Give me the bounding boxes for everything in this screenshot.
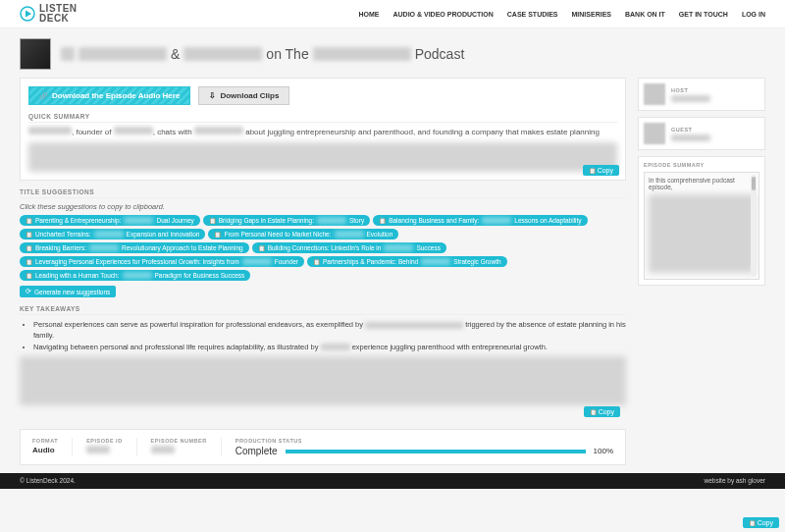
clipboard-icon	[26, 231, 32, 238]
clipboard-icon	[258, 244, 265, 251]
title-suggestion-tag[interactable]: Parenting & Entrepreneurship:Dual Journe…	[20, 215, 200, 226]
title-suggestion-tag[interactable]: From Personal Need to Market Niche:Evolu…	[208, 229, 398, 239]
title-suggestion-tag[interactable]: Leading with a Human Touch:Paradigm for …	[20, 270, 250, 281]
generate-suggestions-button[interactable]: Generate new suggestions	[20, 286, 116, 297]
link-icon	[39, 91, 48, 100]
title-suggestion-tag[interactable]: Building Connections: LinkedIn's Role in…	[252, 242, 446, 253]
clipboard-icon	[590, 408, 597, 415]
takeaway-item: Navigating between personal and professi…	[33, 342, 626, 352]
title-suggestions-section: TITLE SUGGESTIONS Click these suggestion…	[20, 188, 626, 297]
play-icon	[20, 6, 35, 22]
host-avatar	[644, 83, 665, 105]
episode-summary-card: EPISODE SUMMARY In this comprehensive po…	[638, 156, 765, 286]
key-takeaways-section: KEY TAKEAWAYS Personal experiences can s…	[20, 305, 626, 421]
quick-summary-text: , founder of , chats with about juggling…	[28, 127, 617, 172]
guest-card: GUEST	[638, 117, 765, 150]
title-suggestion-tag[interactable]: Uncharted Terrains:Expansion and Innovat…	[20, 229, 205, 239]
copy-summary-button[interactable]: Copy	[583, 165, 619, 176]
clipboard-icon	[313, 258, 320, 265]
episode-meta-card: FORMAT Audio EPISODE ID EPISODE NUMBER P…	[20, 429, 626, 465]
clipboard-icon	[26, 217, 32, 224]
episode-title: & on The Podcast	[61, 46, 464, 62]
logo-text-2: DECK	[39, 14, 78, 24]
footer-bar: © ListenDeck 2024. website by ash glover	[0, 473, 785, 489]
svg-marker-1	[26, 11, 31, 18]
production-status-field: PRODUCTION STATUS Complete 100%	[236, 438, 613, 456]
guest-avatar	[644, 123, 665, 144]
episode-id-field: EPISODE ID	[86, 438, 122, 453]
clipboard-icon	[589, 167, 596, 174]
nav-bank[interactable]: BANK ON IT	[625, 11, 665, 18]
nav-miniseries[interactable]: MINISERIES	[572, 11, 611, 18]
nav-login[interactable]: LOG IN	[742, 11, 765, 18]
title-suggestion-tag[interactable]: Bridging Gaps in Estate Planning:Story	[203, 215, 370, 226]
title-suggestion-tag[interactable]: Balancing Business and Family:Lessons on…	[373, 215, 587, 226]
title-suggestions-label: TITLE SUGGESTIONS	[20, 188, 626, 198]
format-field: FORMAT Audio	[32, 438, 58, 454]
scrollbar[interactable]	[751, 175, 757, 277]
nav-contact[interactable]: GET IN TOUCH	[679, 11, 728, 18]
key-takeaways-label: KEY TAKEAWAYS	[20, 305, 626, 315]
title-suggestion-tag[interactable]: Partnerships & Pandemic: BehindStrategic…	[307, 256, 507, 267]
main-nav: HOME AUDIO & VIDEO PRODUCTION CASE STUDI…	[359, 11, 766, 18]
logo[interactable]: LISTEN DECK	[20, 4, 78, 24]
credit: website by ash glover	[704, 477, 765, 484]
clipboard-icon	[379, 217, 386, 224]
episode-thumbnail	[20, 38, 51, 70]
quick-summary-label: QUICK SUMMARY	[28, 113, 617, 123]
clipboard-icon	[209, 217, 216, 224]
refresh-icon	[26, 288, 31, 295]
copyright: © ListenDeck 2024.	[20, 477, 76, 484]
nav-avp[interactable]: AUDIO & VIDEO PRODUCTION	[393, 11, 494, 18]
clipboard-icon	[214, 231, 221, 238]
takeaway-item: Personal experiences can serve as powerf…	[33, 319, 626, 342]
clipboard-icon	[26, 244, 32, 251]
copy-takeaways-button[interactable]: Copy	[584, 406, 620, 417]
nav-case-studies[interactable]: CASE STUDIES	[507, 11, 558, 18]
episode-summary-textarea[interactable]: In this comprehensive podcast episode,	[644, 172, 759, 280]
title-suggestion-tag[interactable]: Breaking Barriers:Revolutionary Approach…	[20, 242, 249, 253]
title-suggestion-tag[interactable]: Leveraging Personal Experiences for Prof…	[20, 256, 304, 267]
download-episode-button[interactable]: Download the Episode Audio Here	[28, 86, 190, 105]
episode-number-field: EPISODE NUMBER	[151, 438, 207, 453]
download-summary-card: Download the Episode Audio Here Download…	[20, 78, 626, 181]
clipboard-icon	[26, 272, 32, 279]
clipboard-icon	[26, 258, 32, 265]
progress-bar	[286, 450, 586, 453]
host-card: HOST	[638, 78, 765, 111]
download-icon	[209, 91, 216, 100]
nav-home[interactable]: HOME	[359, 11, 380, 18]
download-clips-button[interactable]: Download Clips	[198, 86, 289, 105]
title-suggestions-hint: Click these suggestions to copy to clipb…	[20, 202, 626, 211]
